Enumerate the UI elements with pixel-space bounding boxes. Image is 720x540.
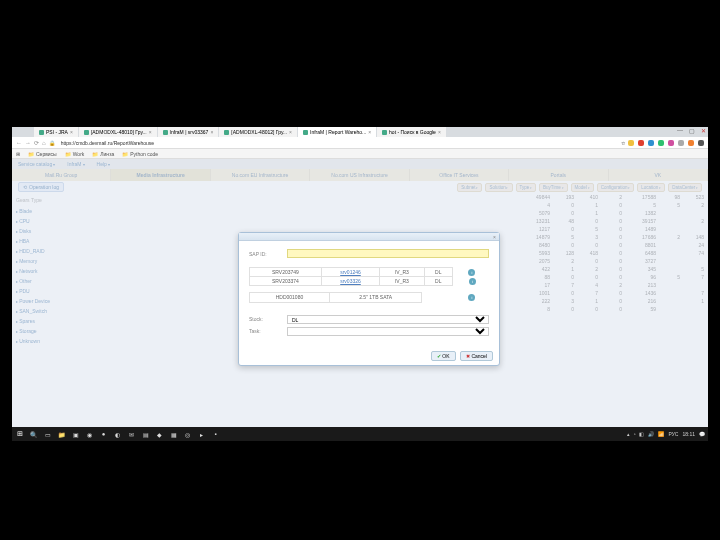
ext-icon[interactable]: [638, 140, 644, 146]
tray-icon[interactable]: 🔊: [648, 431, 654, 437]
app-icon[interactable]: ◐: [113, 430, 122, 439]
tray-icon[interactable]: ◧: [639, 431, 644, 437]
table-row: SRV203749 srv01246 IV_R3 DL i: [250, 268, 489, 277]
srv-link[interactable]: srv03326: [321, 277, 379, 286]
bookmark-item[interactable]: 📁Сервисы: [28, 151, 57, 157]
tray-icon[interactable]: ▴: [627, 431, 630, 437]
info-icon[interactable]: i: [469, 278, 476, 285]
modal-header[interactable]: ×: [239, 233, 499, 241]
app-icon[interactable]: ▣: [71, 430, 80, 439]
url-field[interactable]: https://cmdb.devmail.ru/ReportWarehouse: [58, 140, 618, 146]
task-select[interactable]: [287, 327, 489, 336]
srv-link[interactable]: srv01246: [321, 268, 379, 277]
address-bar: ← → ⟳ ⌂ 🔒 https://cmdb.devmail.ru/Report…: [12, 137, 708, 149]
forward-icon[interactable]: →: [25, 140, 31, 146]
sap-id-label: SAP ID:: [249, 251, 287, 257]
window-controls: — ▢ ✕: [677, 127, 706, 134]
app-icon[interactable]: ◉: [85, 430, 94, 439]
table-row: SRV203374 srv03326 IV_R3 DL i: [250, 277, 489, 286]
bookmarks-bar: ⊞ 📁Сервисы 📁Work 📁Линза 📁Python code: [12, 149, 708, 159]
minimize-icon[interactable]: —: [677, 127, 683, 134]
app-icon[interactable]: ◎: [183, 430, 192, 439]
modal-close-icon[interactable]: ×: [493, 234, 496, 240]
browser-tab[interactable]: hot - Поиск в Google×: [377, 127, 446, 137]
hdd-table: HDD001080 2.5" 1TB SATA i: [249, 292, 489, 302]
app-icon[interactable]: ●: [99, 430, 108, 439]
ext-icon[interactable]: [668, 140, 674, 146]
taskview-icon[interactable]: ▭: [43, 430, 52, 439]
app-icon[interactable]: ▸: [197, 430, 206, 439]
extensions: [628, 140, 704, 146]
bookmark-item[interactable]: 📁Линза: [92, 151, 114, 157]
bookmark-item[interactable]: 📁Python code: [122, 151, 158, 157]
modal-dialog: × SAP ID: SRV203749 srv01246 IV_R3 DL i …: [238, 232, 500, 366]
info-icon[interactable]: i: [468, 294, 475, 301]
browser-tabs: PSI - JRA× [ADMODXL-48010] Гру...× Infra…: [12, 127, 708, 137]
ok-button[interactable]: OK: [431, 351, 456, 361]
bookmark-item[interactable]: 📁Work: [65, 151, 85, 157]
star-icon[interactable]: ☆: [621, 140, 625, 146]
maximize-icon[interactable]: ▢: [689, 127, 695, 134]
explorer-icon[interactable]: 📁: [57, 430, 66, 439]
home-icon[interactable]: ⌂: [42, 140, 46, 146]
close-icon[interactable]: ✕: [701, 127, 706, 134]
ext-icon[interactable]: [648, 140, 654, 146]
cancel-button[interactable]: Cancel: [460, 351, 493, 361]
clock[interactable]: 18:11: [682, 431, 695, 437]
tray-icon[interactable]: ▫: [634, 431, 636, 437]
stock-label: Stock:: [249, 316, 287, 322]
back-icon[interactable]: ←: [16, 140, 22, 146]
ext-icon[interactable]: [688, 140, 694, 146]
app-icon[interactable]: ◆: [155, 430, 164, 439]
assoc-table: SRV203749 srv01246 IV_R3 DL i SRV203374 …: [249, 267, 489, 286]
browser-tab-active[interactable]: InfraM | Report Wareho...×: [298, 127, 376, 137]
app-icon[interactable]: ▤: [141, 430, 150, 439]
browser-tab[interactable]: [ADMODXL-48012] Гру...×: [219, 127, 297, 137]
stock-select[interactable]: DL: [287, 315, 489, 324]
app-icon[interactable]: ▪: [211, 430, 220, 439]
browser-tab[interactable]: InfraM | srv03367×: [158, 127, 219, 137]
browser-tab[interactable]: [ADMODXL-48010] Гру...×: [79, 127, 157, 137]
ext-icon[interactable]: [678, 140, 684, 146]
taskbar: ⊞ 🔍 ▭ 📁 ▣ ◉ ● ◐ ✉ ▤ ◆ ▦ ◎ ▸ ▪ ▴ ▫ ◧ 🔊 📶 …: [12, 427, 708, 441]
sap-id-input[interactable]: [287, 249, 489, 258]
reload-icon[interactable]: ⟳: [34, 139, 39, 146]
start-icon[interactable]: ⊞: [15, 430, 24, 439]
app-icon[interactable]: ✉: [127, 430, 136, 439]
apps-icon[interactable]: ⊞: [16, 151, 20, 157]
lock-icon: 🔒: [49, 140, 55, 146]
lang-indicator[interactable]: РУС: [668, 431, 678, 437]
tray-icon[interactable]: 📶: [658, 431, 664, 437]
menu-icon[interactable]: [698, 140, 704, 146]
info-icon[interactable]: i: [468, 269, 475, 276]
task-label: Task:: [249, 328, 287, 334]
browser-tab[interactable]: PSI - JRA×: [34, 127, 78, 137]
search-icon[interactable]: 🔍: [29, 430, 38, 439]
ext-icon[interactable]: [628, 140, 634, 146]
app-icon[interactable]: ▦: [169, 430, 178, 439]
ext-icon[interactable]: [658, 140, 664, 146]
table-row: HDD001080 2.5" 1TB SATA i: [250, 293, 490, 302]
notification-icon[interactable]: 💬: [699, 431, 705, 437]
